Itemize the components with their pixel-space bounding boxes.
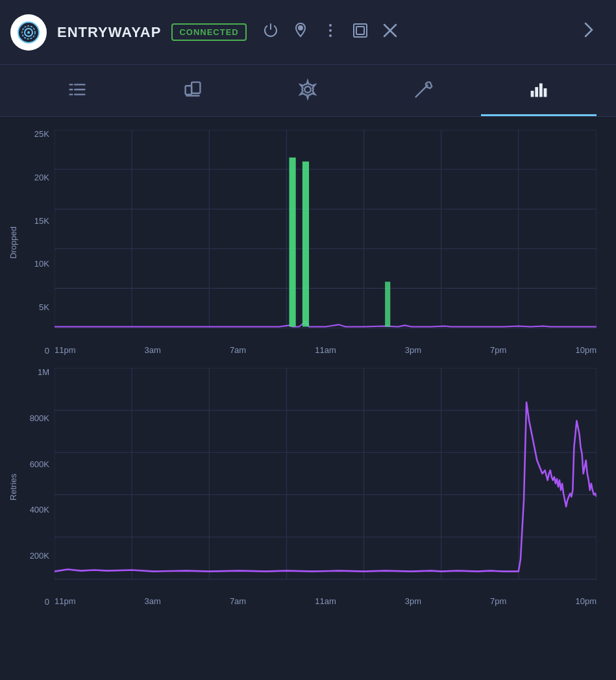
device-avatar-icon xyxy=(17,21,40,44)
retries-chart: Retries 1M 800K 600K 400K 200K 0 xyxy=(6,368,597,606)
y-label-400k: 400K xyxy=(30,505,49,514)
dropped-svg xyxy=(55,130,597,341)
svg-point-6 xyxy=(329,29,332,32)
charts-area: Dropped 25K 20K 15K 10K 5K 0 xyxy=(0,117,616,613)
window-icon[interactable] xyxy=(352,22,369,43)
dropped-x-axis: 11pm 3am 7am 11am 3pm 7pm 10pm xyxy=(55,341,597,355)
retries-chart-inner: 11pm 3am 7am 11am 3pm 7pm 10pm xyxy=(55,368,597,606)
location-icon[interactable] xyxy=(292,22,309,43)
x-label-11am: 11am xyxy=(315,345,336,355)
dropped-chart: Dropped 25K 20K 15K 10K 5K 0 xyxy=(6,130,597,355)
y-label-20k: 20K xyxy=(34,173,49,182)
svg-rect-43 xyxy=(289,158,295,327)
svg-rect-28 xyxy=(55,130,597,328)
nav-stats[interactable] xyxy=(481,65,597,116)
chevron-right-button[interactable] xyxy=(572,16,606,49)
y-label-800k: 800K xyxy=(30,414,49,422)
svg-rect-9 xyxy=(356,27,364,34)
more-icon[interactable] xyxy=(322,22,339,43)
device-avatar xyxy=(10,14,47,51)
power-icon[interactable] xyxy=(262,22,279,43)
retries-y-label: Retries xyxy=(6,368,19,606)
connected-badge: CONNECTED xyxy=(171,23,246,41)
svg-point-7 xyxy=(329,34,332,37)
y-label-10k: 10K xyxy=(34,260,49,268)
svg-point-5 xyxy=(329,24,332,27)
x-label-10pm: 10pm xyxy=(575,345,597,355)
svg-rect-26 xyxy=(539,84,543,97)
y-label-0r: 0 xyxy=(45,598,49,606)
svg-rect-24 xyxy=(531,91,534,97)
device-name: ENTRYWAYAP xyxy=(57,24,161,41)
dropped-y-labels: 25K 20K 15K 10K 5K 0 xyxy=(22,130,55,355)
x-label-3am: 3am xyxy=(145,345,161,355)
svg-rect-46 xyxy=(55,368,597,579)
x-label-3pm: 3pm xyxy=(405,345,421,355)
r-x-label-11am: 11am xyxy=(315,596,336,606)
retries-svg xyxy=(55,368,597,592)
dropped-chart-inner: 11pm 3am 7am 11am 3pm 7pm 10pm xyxy=(55,130,597,355)
x-label-7pm: 7pm xyxy=(490,345,506,355)
r-x-label-10pm: 10pm xyxy=(575,596,597,606)
dropped-chart-svg xyxy=(55,130,597,341)
y-label-200k: 200K xyxy=(30,552,49,560)
svg-point-21 xyxy=(305,86,312,93)
header: ENTRYWAYAP CONNECTED xyxy=(0,0,616,65)
nav-list[interactable] xyxy=(19,65,135,116)
retries-x-axis: 11pm 3am 7am 11am 3pm 7pm 10pm xyxy=(55,592,597,606)
svg-rect-25 xyxy=(535,87,538,97)
nav-settings[interactable] xyxy=(251,65,366,116)
y-label-600k: 600K xyxy=(30,460,49,468)
y-label-15k: 15K xyxy=(34,217,49,225)
y-label-1m: 1M xyxy=(38,368,49,376)
r-x-label-7am: 7am xyxy=(230,596,246,606)
r-x-label-3pm: 3pm xyxy=(405,596,421,606)
nav-tools[interactable] xyxy=(365,65,481,116)
header-icons xyxy=(262,22,399,43)
svg-rect-45 xyxy=(385,282,390,326)
retries-chart-svg xyxy=(55,368,597,592)
svg-line-22 xyxy=(416,88,425,97)
svg-rect-44 xyxy=(302,162,309,327)
r-x-label-11pm: 11pm xyxy=(55,596,76,606)
svg-rect-27 xyxy=(544,88,547,97)
r-x-label-3am: 3am xyxy=(145,596,161,606)
y-label-25k: 25K xyxy=(34,130,49,138)
header-right xyxy=(572,16,606,49)
r-x-label-7pm: 7pm xyxy=(490,596,506,606)
y-label-0: 0 xyxy=(45,346,49,355)
svg-rect-18 xyxy=(191,82,200,93)
svg-point-4 xyxy=(299,26,302,30)
nav-devices[interactable] xyxy=(135,65,251,116)
retries-y-labels: 1M 800K 600K 400K 200K 0 xyxy=(22,368,55,606)
dropped-y-label: Dropped xyxy=(6,130,19,355)
x-label-11pm: 11pm xyxy=(55,345,76,355)
y-label-5k: 5K xyxy=(39,303,49,311)
x-label-7am: 7am xyxy=(230,345,246,355)
svg-point-2 xyxy=(27,31,30,34)
svg-rect-19 xyxy=(185,86,191,94)
close-icon[interactable] xyxy=(382,22,399,43)
nav-toolbar xyxy=(0,65,616,117)
